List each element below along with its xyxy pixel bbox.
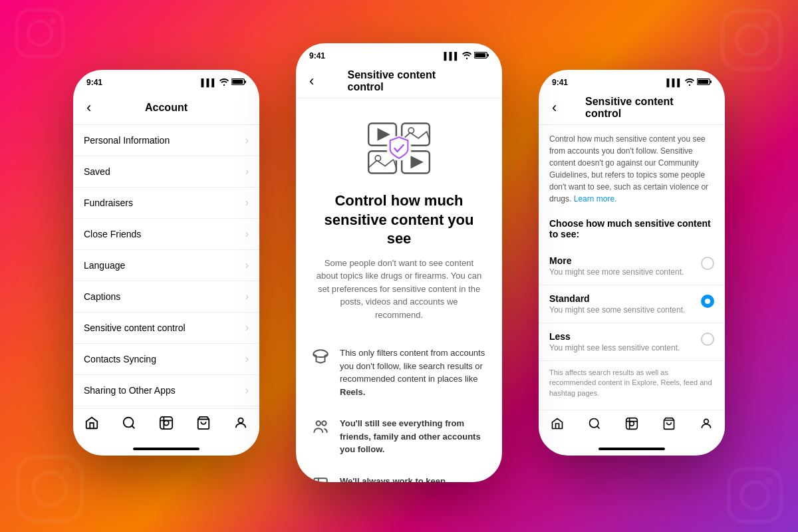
right-status-icons: ▌▌▌ (667, 78, 712, 87)
feature-text-3: We'll always work to keep Instagram safe… (340, 475, 486, 482)
menu-item-sensitive-label: Sensitive content control (84, 323, 186, 333)
signal-icon: ▌▌▌ (201, 78, 217, 86)
menu-item-close-friends[interactable]: Close Friends › (73, 219, 259, 250)
svg-rect-13 (232, 80, 243, 84)
left-status-bar: 9:41 ▌▌▌ (73, 70, 259, 91)
right-home-indicator (598, 448, 665, 450)
tab-shop-icon[interactable] (196, 416, 211, 434)
menu-item-personal-label: Personal Information (84, 135, 170, 146)
tab-profile-icon[interactable] (700, 417, 713, 434)
chevron-icon: › (245, 259, 249, 271)
chevron-icon: › (245, 322, 249, 334)
center-nav: ‹ Sensitive content control (296, 65, 502, 98)
choose-label: Choose how much sensitive content to see… (539, 213, 725, 247)
center-nav-title: Sensitive content control (348, 69, 451, 93)
right-tab-bar (539, 410, 725, 445)
tab-profile-icon[interactable] (233, 416, 248, 434)
right-nav-title: Sensitive content control (585, 96, 678, 120)
option-less-radio[interactable] (701, 332, 714, 346)
wifi-icon (219, 78, 229, 87)
wifi-icon (685, 78, 694, 87)
tab-reels-icon[interactable] (159, 416, 174, 434)
chevron-icon: › (245, 384, 249, 396)
menu-item-sharing[interactable]: Sharing to Other Apps › (73, 375, 259, 406)
tab-shop-icon[interactable] (662, 417, 676, 434)
left-nav-title: Account (145, 102, 188, 114)
option-less-label: Less (549, 331, 680, 342)
menu-item-language[interactable]: Language › (73, 250, 259, 281)
menu-item-language-label: Language (84, 260, 125, 271)
option-standard-sublabel: You might see some sensitive content. (549, 305, 685, 315)
option-more[interactable]: More You might see more sensitive conten… (539, 247, 725, 285)
chevron-icon: › (245, 228, 249, 240)
option-standard[interactable]: Standard You might see some sensitive co… (539, 285, 725, 323)
option-more-radio[interactable] (701, 257, 714, 270)
menu-item-saved-label: Saved (84, 166, 110, 177)
menu-item-fundraisers[interactable]: Fundraisers › (73, 188, 259, 219)
feature-item-1: This only filters content from accounts … (296, 337, 502, 408)
svg-point-15 (124, 418, 134, 428)
tab-home-icon[interactable] (551, 417, 564, 434)
right-description: Control how much sensitive content you s… (539, 125, 725, 213)
svg-point-41 (590, 419, 598, 428)
right-nav: ‹ Sensitive content control (539, 91, 725, 125)
svg-marker-30 (411, 157, 422, 168)
option-less[interactable]: Less You might see less sensitive conten… (539, 323, 725, 361)
right-back-button[interactable]: ‹ (549, 96, 559, 119)
center-status-bar: 9:41 ▌▌▌ (296, 43, 502, 65)
svg-point-28 (375, 156, 380, 161)
menu-item-fundraisers-label: Fundraisers (84, 198, 133, 208)
tab-reels-icon[interactable] (625, 417, 638, 434)
svg-rect-40 (710, 80, 712, 83)
svg-rect-21 (475, 53, 485, 57)
people-icon (312, 418, 329, 440)
menu-item-captions[interactable]: Captions › (73, 281, 259, 313)
right-learn-more-link[interactable]: Learn more. (574, 194, 617, 203)
svg-point-45 (704, 419, 709, 424)
tab-home-icon[interactable] (84, 416, 99, 434)
svg-rect-39 (698, 80, 708, 84)
option-less-sublabel: You might see less sensitive content. (549, 343, 680, 352)
svg-marker-24 (378, 129, 389, 140)
battery-icon (231, 78, 246, 87)
menu-item-contacts-label: Contacts Syncing (84, 354, 156, 364)
svg-rect-34 (314, 478, 327, 482)
menu-item-close-friends-label: Close Friends (84, 229, 141, 239)
left-menu-list: Personal Information › Saved › Fundraise… (73, 125, 259, 408)
svg-point-32 (317, 422, 321, 426)
option-more-sublabel: You might see more sensitive content. (549, 267, 684, 277)
shield-icon (312, 476, 329, 482)
signal-icon: ▌▌▌ (667, 78, 682, 86)
menu-item-contacts[interactable]: Contacts Syncing › (73, 344, 259, 375)
center-phone: 9:41 ▌▌▌ ‹ Sensitive content control (296, 43, 502, 482)
right-phone: 9:41 ▌▌▌ ‹ Sensitive content control (539, 70, 725, 456)
left-home-indicator (133, 448, 200, 450)
center-main-title: Control how much sensitive content you s… (296, 192, 502, 257)
menu-item-personal[interactable]: Personal Information › (73, 125, 259, 156)
svg-point-26 (408, 128, 414, 133)
option-more-label: More (549, 255, 684, 266)
left-nav: ‹ Account (73, 91, 259, 125)
feature-item-2: You'll still see everything from friends… (296, 408, 502, 466)
chevron-icon: › (245, 197, 249, 209)
left-time: 9:41 (86, 78, 102, 87)
left-back-button[interactable]: ‹ (84, 96, 94, 119)
battery-icon (474, 51, 489, 61)
chevron-icon: › (245, 134, 249, 146)
center-back-button[interactable]: ‹ (307, 70, 317, 92)
svg-rect-16 (160, 417, 172, 429)
chevron-icon: › (245, 353, 249, 365)
tab-search-icon[interactable] (588, 417, 601, 434)
chevron-icon: › (245, 166, 249, 178)
right-desc-text: Control how much sensitive content you s… (549, 134, 708, 203)
phones-wrapper: 9:41 ▌▌▌ ‹ Account Person (0, 0, 798, 532)
menu-item-sharing-label: Sharing to Other Apps (84, 385, 176, 396)
tab-search-icon[interactable] (122, 416, 136, 434)
menu-item-saved[interactable]: Saved › (73, 156, 259, 188)
menu-item-sensitive[interactable]: Sensitive content control › (73, 313, 259, 344)
feature-text-1: This only filters content from accounts … (340, 346, 486, 398)
right-time: 9:41 (552, 78, 568, 87)
svg-point-33 (322, 422, 327, 426)
feature-item-3: We'll always work to keep Instagram safe… (296, 466, 502, 482)
option-standard-radio[interactable] (701, 295, 714, 308)
